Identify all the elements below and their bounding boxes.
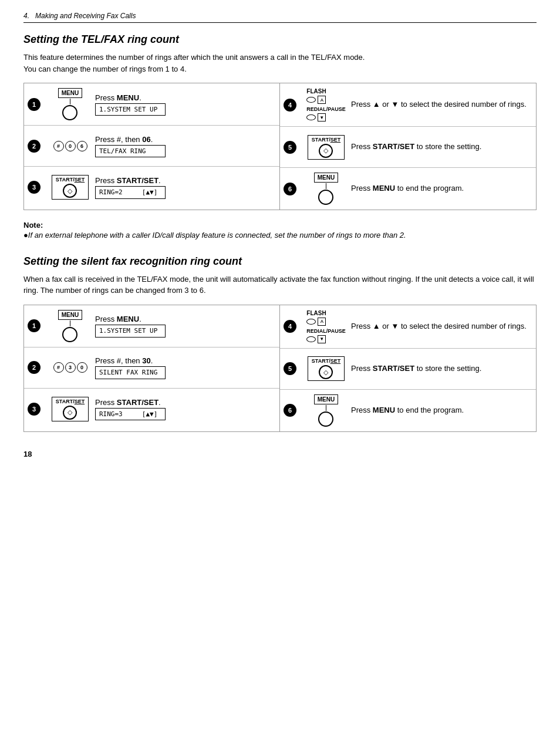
step5-device: START/SET ◇ (301, 135, 351, 160)
step3-lcd: RING=2 [▲▼] (95, 186, 166, 198)
note1-bullet: If an external telephone with a caller I… (28, 231, 406, 239)
s2-three-key: 3 (65, 362, 76, 373)
s2-redial-label: REDIAL/PAUSE (306, 328, 345, 334)
s2-step5-instruction: Press START/SET to store the setting. (351, 363, 532, 374)
s2-step1-device: MENU (45, 310, 95, 342)
menu-label: MENU (58, 88, 82, 98)
step4-device: FLASH A REDIAL/PAUSE ▼ (301, 88, 351, 122)
step2-instruction: Press #, then 06. TEL/FAX RING (95, 134, 276, 158)
s2-step2-device: # 3 0 (45, 362, 95, 373)
page-header: 4. Making and Receiving Fax Calls (23, 12, 537, 23)
flash-label: FLASH (306, 88, 326, 95)
six-key: 6 (77, 141, 87, 151)
s2-hash-key: # (53, 362, 64, 373)
step3-device: START/SET ◇ (45, 175, 95, 200)
redial-label: REDIAL/PAUSE (306, 106, 345, 112)
s2-menu-label: MENU (58, 310, 82, 320)
s2-step3-device: START/SET ◇ (45, 397, 95, 421)
chapter-title: Making and Receiving Fax Calls (35, 12, 136, 20)
s2-step2-row: 2 # 3 0 Press #, then 30. SILENT FAX RIN… (24, 347, 279, 389)
s2-flash-a-btn: A (318, 318, 326, 326)
section1-title: Setting the TEL/FAX ring count (23, 33, 537, 46)
step1-lcd: 1.SYSTEM SET UP (95, 103, 166, 116)
s2-flash-v-btn: ▼ (318, 335, 326, 343)
step2-row: 2 # 0 6 Press #, then 06. TEL/FAX RING (24, 126, 279, 167)
step6-instruction: Press MENU to end the program. (351, 183, 532, 194)
step1-instruction: Press MENU. 1.SYSTEM SET UP (95, 93, 276, 116)
s2-flash-label: FLASH (306, 310, 326, 316)
step5-instruction: Press START/SET to store the setting. (351, 141, 532, 152)
s2-step4-device: FLASH A REDIAL/PAUSE ▼ (301, 310, 351, 343)
flash-v-btn: ▼ (318, 113, 326, 122)
s2-step4-instruction: Press ▲ or ▼ to select the desired numbe… (351, 321, 532, 332)
s2-step3-row: 3 START/SET ◇ Press START/SET. RING=3 [▲… (24, 389, 279, 430)
s2-step6-instruction: Press MENU to end the program. (351, 405, 532, 416)
s2-step3-num: 3 (28, 403, 41, 416)
section1-grid: 1 MENU Press MENU. 1.SYSTEM SET UP 2 (23, 83, 537, 210)
s2-step6-num: 6 (284, 404, 296, 417)
section2-desc: When a fax call is received in the TEL/F… (23, 274, 537, 296)
note1-text: ●If an external telephone with a caller … (23, 230, 537, 241)
s2-step5-device: START/SET ◇ (301, 356, 351, 381)
s2-zero-key: 0 (77, 362, 87, 373)
zero-key: 0 (65, 141, 76, 151)
step4-num: 4 (284, 99, 296, 112)
step4-row: 4 FLASH A REDIAL/PAUSE (280, 83, 536, 127)
step5-num: 5 (284, 141, 296, 154)
s2-step3-lcd: RING=3 [▲▼] (95, 408, 166, 420)
step3-instruction: Press START/SET. RING=2 [▲▼] (95, 176, 276, 199)
s2-menu-label2: MENU (314, 394, 338, 404)
step2-lcd: TEL/FAX RING (95, 145, 166, 157)
s2-step6-row: 6 MENU Press MENU to end the program. (280, 390, 536, 431)
step1-num: 1 (28, 98, 41, 111)
section1-left: 1 MENU Press MENU. 1.SYSTEM SET UP 2 (24, 83, 280, 210)
step3-row: 3 START/SET ◇ Press START/SET. RING=2 [▲… (24, 167, 279, 208)
step5-row: 5 START/SET ◇ Press START/SET to store t… (280, 127, 536, 168)
s2-step2-instruction: Press #, then 30. SILENT FAX RING (95, 356, 276, 379)
s2-step1-lcd: 1.SYSTEM SET UP (95, 325, 166, 337)
page-number: 18 (23, 450, 537, 458)
s2-step5-num: 5 (284, 362, 296, 375)
note1: Note: ●If an external telephone with a c… (23, 221, 537, 241)
s2-step4-row: 4 FLASH A REDIAL/PAUSE (280, 305, 536, 349)
section2-right: 4 FLASH A REDIAL/PAUSE (280, 305, 536, 431)
section2-title: Setting the silent fax recognition ring … (23, 255, 537, 268)
s2-step6-device: MENU (301, 394, 351, 427)
flash-a-btn: A (318, 96, 326, 104)
step6-device: MENU (301, 173, 351, 205)
menu-label2: MENU (314, 173, 338, 183)
section2-grid: 1 MENU Press MENU. 1.SYSTEM SET UP 2 (23, 305, 537, 432)
section1: Setting the TEL/FAX ring count This feat… (23, 33, 537, 210)
section2: Setting the silent fax recognition ring … (23, 255, 537, 432)
section1-desc: This feature determines the number of ri… (23, 52, 537, 75)
hash-key: # (53, 141, 64, 151)
s2-step3-instruction: Press START/SET. RING=3 [▲▼] (95, 397, 276, 421)
note1-title: Note: (23, 221, 537, 230)
step3-num: 3 (28, 181, 41, 194)
section2-left: 1 MENU Press MENU. 1.SYSTEM SET UP 2 (24, 305, 280, 431)
s2-step5-row: 5 START/SET ◇ Press START/SET to store t… (280, 349, 536, 390)
step4-instruction: Press ▲ or ▼ to select the desired numbe… (351, 99, 532, 110)
step2-device: # 0 6 (45, 141, 95, 151)
s2-step1-row: 1 MENU Press MENU. 1.SYSTEM SET UP (24, 305, 279, 347)
chapter-number: 4. (23, 12, 29, 20)
s2-step4-num: 4 (284, 320, 296, 333)
s2-step1-instruction: Press MENU. 1.SYSTEM SET UP (95, 314, 276, 338)
s2-step1-num: 1 (28, 319, 41, 332)
s2-step2-lcd: SILENT FAX RING (95, 366, 166, 379)
step2-num: 2 (28, 140, 41, 153)
section1-right: 4 FLASH A REDIAL/PAUSE (280, 83, 536, 210)
step6-row: 6 MENU Press MENU to end the program. (280, 168, 536, 210)
step1-row: 1 MENU Press MENU. 1.SYSTEM SET UP (24, 83, 279, 126)
s2-step2-num: 2 (28, 361, 41, 374)
startset-circle: ◇ (63, 184, 77, 198)
step1-device: MENU (45, 88, 95, 120)
step6-num: 6 (284, 183, 296, 195)
